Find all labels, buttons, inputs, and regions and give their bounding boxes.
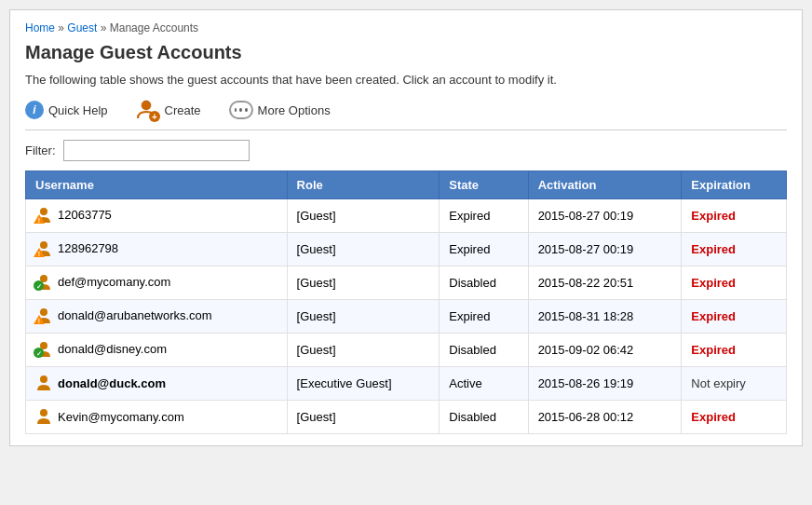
page-container: Home » Guest » Manage Accounts Manage Gu… [9, 9, 803, 446]
expiration-cell: Expired [682, 334, 787, 367]
quick-help-button[interactable]: i Quick Help [25, 101, 108, 119]
username-value: ✓ def@mycomany.com [35, 273, 170, 290]
col-role: Role [287, 171, 440, 199]
username-cell: Kevin@mycomany.com [26, 401, 288, 434]
more-options-icon [229, 101, 253, 119]
state-cell: Expired [440, 233, 528, 266]
user-check-icon: ✓ [35, 273, 52, 290]
role-cell: [Executive Guest] [287, 367, 440, 401]
filter-label: Filter: [25, 143, 56, 157]
expiration-cell: Expired [682, 199, 787, 233]
username-cell: ! 128962798 [26, 233, 288, 266]
role-cell: [Guest] [287, 300, 440, 334]
svg-text:+: + [152, 112, 157, 122]
user-plain-icon [35, 374, 52, 393]
table-row[interactable]: ✓ donald@disney.com[Guest]Disabled2015-0… [26, 334, 787, 367]
user-plain-icon [35, 407, 52, 427]
svg-text:!: ! [38, 318, 40, 324]
col-expiration: Expiration [682, 171, 787, 199]
filter-row: Filter: [25, 140, 787, 161]
role-cell: [Guest] [287, 334, 440, 367]
expiration-cell: Expired [682, 300, 787, 334]
svg-text:!: ! [38, 217, 40, 224]
role-cell: [Guest] [287, 199, 440, 233]
breadcrumb-current: Manage Accounts [110, 21, 198, 34]
table-header: Username Role State Activation Expiratio… [26, 171, 787, 199]
activation-cell: 2015-08-26 19:19 [528, 367, 682, 401]
table-row[interactable]: ! 128962798[Guest]Expired2015-08-27 00:1… [26, 233, 787, 266]
breadcrumb: Home » Guest » Manage Accounts [25, 21, 787, 34]
info-icon: i [25, 101, 44, 119]
svg-point-0 [142, 101, 151, 110]
activation-cell: 2015-08-31 18:28 [528, 300, 682, 334]
expiration-cell: Expired [682, 266, 787, 300]
username-value: ! 128962798 [35, 239, 118, 256]
col-username: Username [26, 171, 288, 199]
expiration-cell: Expired [682, 233, 787, 266]
username-value: donald@duck.com [35, 374, 166, 393]
activation-cell: 2015-06-28 00:12 [528, 401, 682, 434]
state-cell: Disabled [440, 266, 528, 300]
breadcrumb-guest[interactable]: Guest [67, 21, 97, 34]
expiration-cell: Expired [682, 401, 787, 434]
table-row[interactable]: ! donald@arubanetworks.com[Guest]Expired… [26, 300, 787, 334]
more-options-button[interactable]: More Options [229, 101, 331, 119]
toolbar: i Quick Help + Create More Options [25, 98, 787, 130]
state-cell: Expired [440, 300, 528, 334]
username-cell: ✓ donald@disney.com [26, 334, 288, 367]
expiration-cell: Not expiry [682, 367, 787, 401]
state-cell: Expired [440, 199, 528, 233]
user-warning-icon: ! [35, 307, 52, 323]
table-row[interactable]: ! 12063775[Guest]Expired2015-08-27 00:19… [26, 199, 787, 233]
quick-help-label: Quick Help [48, 103, 108, 117]
col-state: State [440, 171, 528, 199]
svg-point-19 [40, 409, 47, 416]
state-cell: Active [440, 367, 528, 401]
user-warning-icon: ! [35, 206, 52, 223]
role-cell: [Guest] [287, 401, 440, 434]
activation-cell: 2015-08-22 20:51 [528, 266, 682, 300]
more-options-label: More Options [258, 103, 331, 117]
role-cell: [Guest] [287, 233, 440, 266]
svg-point-18 [40, 375, 47, 383]
create-button[interactable]: + Create [136, 98, 201, 122]
state-cell: Disabled [440, 401, 528, 434]
table-body: ! 12063775[Guest]Expired2015-08-27 00:19… [26, 199, 787, 434]
create-icon: + [136, 98, 160, 122]
svg-text:!: ! [38, 251, 40, 257]
svg-text:✓: ✓ [36, 350, 42, 357]
user-check-icon: ✓ [35, 340, 52, 357]
table-row[interactable]: ✓ def@mycomany.com[Guest]Disabled2015-08… [26, 266, 787, 300]
state-cell: Disabled [440, 334, 528, 367]
activation-cell: 2015-08-27 00:19 [528, 199, 682, 233]
username-value: Kevin@mycomany.com [35, 407, 184, 427]
filter-input[interactable] [63, 140, 250, 161]
user-warning-icon: ! [35, 239, 52, 256]
create-label: Create [165, 103, 201, 117]
page-title: Manage Guest Accounts [25, 42, 787, 63]
username-cell: ✓ def@mycomany.com [26, 266, 288, 300]
page-description: The following table shows the guest acco… [25, 73, 787, 87]
activation-cell: 2015-09-02 06:42 [528, 334, 682, 367]
username-cell: ! 12063775 [26, 199, 288, 233]
activation-cell: 2015-08-27 00:19 [528, 233, 682, 266]
svg-text:✓: ✓ [36, 283, 42, 290]
table-row[interactable]: donald@duck.com[Executive Guest]Active20… [26, 367, 787, 401]
table-row[interactable]: Kevin@mycomany.com[Guest]Disabled2015-06… [26, 401, 787, 434]
username-cell: ! donald@arubanetworks.com [26, 300, 288, 334]
col-activation: Activation [528, 171, 682, 199]
username-value: ! 12063775 [35, 206, 112, 223]
breadcrumb-home[interactable]: Home [25, 21, 55, 34]
username-cell: donald@duck.com [26, 367, 288, 401]
role-cell: [Guest] [287, 266, 440, 300]
username-value: ✓ donald@disney.com [35, 340, 167, 357]
accounts-table: Username Role State Activation Expiratio… [25, 171, 787, 434]
username-value: ! donald@arubanetworks.com [35, 307, 212, 323]
